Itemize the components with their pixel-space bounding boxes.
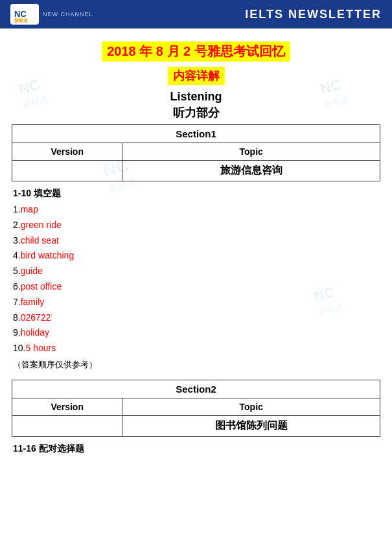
section2-col-header-row: Version Topic (12, 398, 380, 415)
svg-text:NC: NC (14, 9, 27, 19)
header-title: IELTS NEWSLETTER (245, 8, 382, 21)
listening-chinese: 听力部分 (12, 105, 380, 121)
answer-val: holiday (21, 327, 49, 338)
fill-title-2: 11-16 配对选择题 (13, 443, 379, 455)
section2-table: Section2 Version Topic 图书馆陈列问题 (12, 380, 380, 437)
answer-val: post office (21, 281, 62, 292)
answer-num: 4. (13, 250, 21, 260)
sub-title: 内容详解 (168, 67, 225, 85)
answer-num: 10. (13, 343, 25, 353)
section2-label: Section2 (12, 380, 380, 398)
answer-num: 7. (13, 297, 21, 307)
answer-val: 026722 (21, 312, 51, 323)
section2-topic-value: 图书馆陈列问题 (122, 415, 380, 436)
section1-header-row: Section1 (12, 125, 380, 143)
answer-list-item: 9.holiday (13, 325, 379, 341)
answer-list-item: 1.map (13, 202, 379, 218)
section2-version-col-header: Version (12, 398, 122, 415)
answer-val: map (21, 204, 38, 214)
section2-data-row: 图书馆陈列问题 (12, 415, 380, 436)
section1-data-row: 旅游信息咨询 (12, 161, 380, 181)
answer-note: （答案顺序仅供参考） (13, 359, 379, 371)
fill-title-1: 1-10 填空题 (13, 188, 379, 200)
answer-val: child seat (21, 235, 59, 246)
version-col-header: Version (12, 143, 122, 161)
answer-list-item: 8.026722 (13, 310, 379, 326)
main-content: NC 新航道 NC 新航道 NC 新航道 NC 新航道 2018 年 8 月 2… (0, 29, 392, 466)
answer-list-item: 7.family (13, 295, 379, 310)
answer-list-item: 5.guide (13, 264, 379, 279)
svg-text:新航道: 新航道 (14, 17, 29, 23)
main-title: 2018 年 8 月 2 号雅思考试回忆 (102, 41, 290, 62)
answer-num: 9. (13, 327, 21, 338)
answer-num: 8. (13, 312, 21, 323)
section2-version-value (12, 415, 122, 436)
answer-list-item: 10.5 hours (13, 341, 379, 356)
header: NC 新航道 NEW CHANNEL IELTS NEWSLETTER (0, 0, 392, 29)
answer-val: guide (21, 266, 43, 276)
answer-num: 1. (13, 204, 21, 214)
answer-list-1: 1.map2.green ride3.child seat4.bird watc… (13, 202, 379, 356)
answer-val: green ride (21, 220, 62, 230)
answer-num: 3. (13, 235, 21, 246)
version-value (12, 161, 122, 181)
answer-list-item: 3.child seat (13, 233, 379, 249)
answer-list-item: 6.post office (13, 279, 379, 295)
answer-section-2: 11-16 配对选择题 (12, 441, 380, 460)
answer-val: 5 hours (25, 343, 56, 353)
section2-topic-col-header: Topic (122, 398, 380, 415)
answer-num: 2. (13, 220, 21, 230)
topic-value: 旅游信息咨询 (122, 161, 380, 181)
logo-icon: NC 新航道 (13, 5, 36, 23)
title-section: 2018 年 8 月 2 号雅思考试回忆 内容详解 (12, 41, 380, 85)
answer-list-item: 4.bird watching (13, 248, 379, 264)
logo-subtitle: NEW CHANNEL (43, 11, 93, 17)
section1-table: Section1 Version Topic 旅游信息咨询 (12, 124, 380, 181)
topic-col-header: Topic (122, 143, 380, 161)
logo-area: NC 新航道 NEW CHANNEL (10, 4, 93, 25)
answer-section-1: 1-10 填空题 1.map2.green ride3.child seat4.… (12, 185, 380, 373)
section1-col-header-row: Version Topic (12, 143, 380, 161)
answer-list-item: 2.green ride (13, 218, 379, 233)
answer-num: 6. (13, 281, 21, 292)
listening-label: Listening (12, 90, 380, 104)
section2-header-row: Section2 (12, 380, 380, 398)
logo-box: NC 新航道 (10, 4, 39, 25)
answer-val: bird watching (21, 250, 75, 260)
section1-label: Section1 (12, 125, 380, 143)
answer-val: family (21, 297, 45, 307)
answer-num: 5. (13, 266, 21, 276)
